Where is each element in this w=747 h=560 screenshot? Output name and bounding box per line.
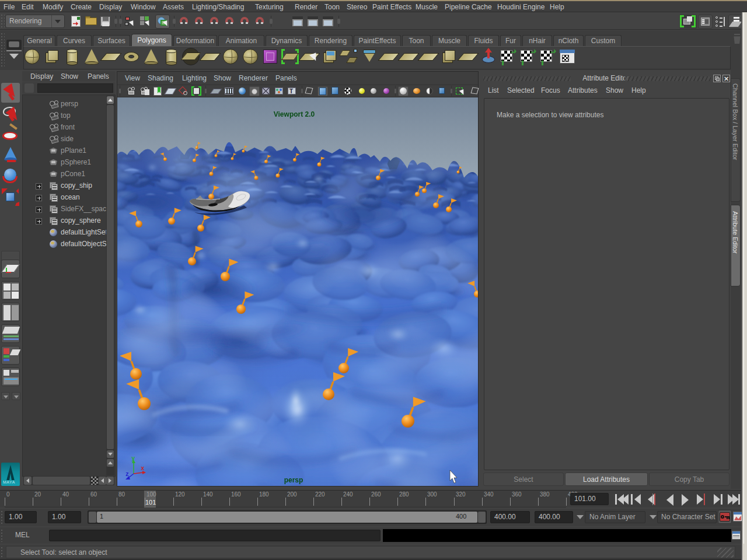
svg-text:x: x [141,466,144,472]
svg-text:z: z [125,471,129,478]
svg-text:Viewport 2.0: Viewport 2.0 [274,110,315,118]
svg-text:y: y [131,456,135,462]
svg-text:persp: persp [284,476,303,484]
